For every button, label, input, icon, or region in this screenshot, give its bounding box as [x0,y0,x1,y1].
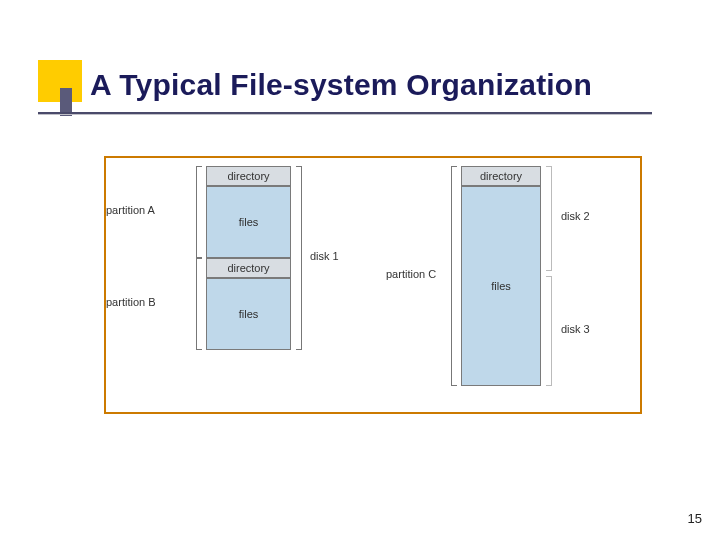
partition-c-files-box: files [461,186,541,386]
directory-label: directory [480,170,522,182]
brace-disk1 [301,166,302,350]
disk3-label: disk 3 [561,323,590,335]
partition-a-directory-box: directory [206,166,291,186]
brace-disk2 [551,166,552,271]
partition-b-files-box: files [206,278,291,350]
directory-label: directory [227,170,269,182]
brace-partition-b [196,258,197,350]
files-label: files [239,308,259,320]
partition-a-label: partition A [106,204,155,216]
disk2-label: disk 2 [561,210,590,222]
brace-partition-c [451,166,452,386]
files-label: files [491,280,511,292]
disk1-label: disk 1 [310,250,339,262]
directory-label: directory [227,262,269,274]
page-title: A Typical File-system Organization [90,68,592,102]
partition-a-files-box: files [206,186,291,258]
slide: A Typical File-system Organization direc… [0,0,720,540]
brace-disk3 [551,276,552,386]
partition-c-label: partition C [386,268,436,280]
brace-partition-a [196,166,197,258]
page-number: 15 [688,511,702,526]
partition-c-directory-box: directory [461,166,541,186]
partition-b-directory-box: directory [206,258,291,278]
figure-frame: directory files directory files partitio… [104,156,642,414]
partition-b-label: partition B [106,296,156,308]
title-rule-light [38,114,652,115]
files-label: files [239,216,259,228]
